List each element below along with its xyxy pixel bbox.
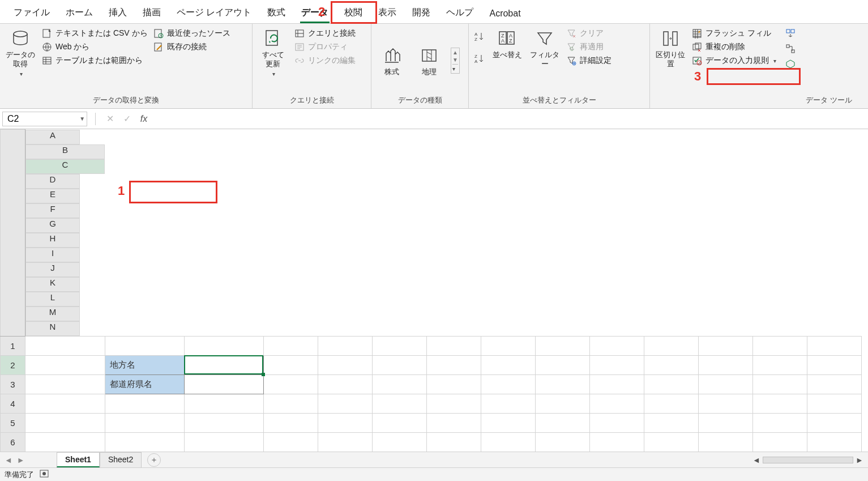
cell-N1[interactable]	[807, 336, 861, 355]
cell-A6[interactable]	[25, 432, 105, 452]
namebox-dropdown-icon[interactable]: ▼	[78, 116, 87, 122]
col-header-A[interactable]: A	[25, 130, 80, 144]
cell-F4[interactable]	[372, 394, 426, 413]
cell-B2[interactable]: 地方名	[105, 355, 184, 374]
col-header-C[interactable]: C	[25, 159, 105, 174]
cell-A3[interactable]	[25, 374, 105, 394]
cell-F1[interactable]	[372, 336, 426, 355]
menu-tab-校閲[interactable]: 校閲	[336, 3, 370, 23]
sheet-nav-prev-icon[interactable]: ◄	[5, 456, 12, 465]
cell-E3[interactable]	[318, 374, 372, 394]
cell-F3[interactable]	[372, 374, 426, 394]
cell-G2[interactable]	[426, 355, 481, 374]
cell-D4[interactable]	[263, 394, 318, 413]
hscroll-right-icon[interactable]: ►	[854, 456, 865, 465]
col-header-D[interactable]: D	[25, 174, 80, 189]
cell-C5[interactable]	[184, 413, 263, 432]
enter-icon[interactable]: ✓	[118, 113, 135, 124]
expand-icon[interactable]: ▾	[452, 64, 458, 72]
cell-E6[interactable]	[318, 432, 372, 452]
cell-I1[interactable]	[535, 336, 589, 355]
cell-K4[interactable]	[644, 394, 698, 413]
col-header-L[interactable]: L	[25, 292, 80, 307]
cell-N3[interactable]	[807, 374, 861, 394]
cell-J5[interactable]	[589, 413, 644, 432]
cell-B3[interactable]: 都道府県名	[105, 374, 184, 394]
hscroll-left-icon[interactable]: ◄	[751, 456, 762, 465]
text-to-columns-button[interactable]: 区切り位置	[655, 27, 686, 69]
cell-M5[interactable]	[752, 413, 807, 432]
cell-M6[interactable]	[752, 432, 807, 452]
col-header-K[interactable]: K	[25, 277, 80, 292]
cell-G4[interactable]	[426, 394, 481, 413]
formula-input[interactable]	[152, 112, 868, 126]
cell-I5[interactable]	[535, 413, 589, 432]
scroll-down-icon[interactable]: ▼	[452, 57, 458, 63]
get-data-button[interactable]: データの 取得▾	[5, 27, 36, 78]
from-csv-button[interactable]: テキストまたは CSV から	[42, 28, 148, 39]
hscroll-track[interactable]	[763, 457, 853, 463]
col-header-H[interactable]: H	[25, 233, 80, 248]
cell-A1[interactable]	[25, 336, 105, 355]
cell-C4[interactable]	[184, 394, 263, 413]
queries-connections-button[interactable]: クエリと接続	[294, 28, 356, 39]
cell-K2[interactable]	[644, 355, 698, 374]
cell-F5[interactable]	[372, 413, 426, 432]
cell-M3[interactable]	[752, 374, 807, 394]
row-header-4[interactable]: 4	[1, 394, 25, 413]
cell-N4[interactable]	[807, 394, 861, 413]
macro-record-icon[interactable]	[40, 470, 49, 479]
col-header-M[interactable]: M	[25, 307, 80, 321]
sort-desc-button[interactable]: ZA	[473, 53, 486, 67]
menu-tab-開発[interactable]: 開発	[404, 3, 438, 23]
cell-C6[interactable]	[184, 432, 263, 452]
col-header-E[interactable]: E	[25, 189, 80, 203]
cell-C2[interactable]	[184, 355, 263, 374]
cell-H2[interactable]	[481, 355, 535, 374]
cell-A5[interactable]	[25, 413, 105, 432]
cell-G1[interactable]	[426, 336, 481, 355]
cell-D5[interactable]	[263, 413, 318, 432]
cell-C3[interactable]	[184, 374, 263, 394]
sheet-tab-Sheet1[interactable]: Sheet1	[57, 452, 100, 467]
add-sheet-button[interactable]: ＋	[147, 453, 161, 467]
filter-button[interactable]: フィルター	[529, 27, 561, 69]
cell-L4[interactable]	[698, 394, 752, 413]
cell-D1[interactable]	[263, 336, 318, 355]
cell-B6[interactable]	[105, 432, 184, 452]
cancel-icon[interactable]: ✕	[101, 113, 118, 124]
menu-tab-Acrobat[interactable]: Acrobat	[481, 5, 528, 23]
menu-tab-描画[interactable]: 描画	[135, 3, 169, 23]
menu-tab-ヘルプ[interactable]: ヘルプ	[438, 3, 481, 23]
from-web-button[interactable]: Web から	[42, 42, 148, 52]
cell-L1[interactable]	[698, 336, 752, 355]
sheet-nav-next-icon[interactable]: ►	[17, 456, 25, 465]
cell-N2[interactable]	[807, 355, 861, 374]
cell-N5[interactable]	[807, 413, 861, 432]
data-validation-button[interactable]: データの入力規則 ▾	[692, 56, 776, 66]
cell-M1[interactable]	[752, 336, 807, 355]
consolidate-icon[interactable]	[785, 28, 796, 40]
cell-C1[interactable]	[184, 336, 263, 355]
cell-E4[interactable]	[318, 394, 372, 413]
menu-tab-ホーム[interactable]: ホーム	[58, 3, 101, 23]
cell-I2[interactable]	[535, 355, 589, 374]
fx-icon[interactable]: fx	[135, 114, 152, 124]
cell-H6[interactable]	[481, 432, 535, 452]
cell-M2[interactable]	[752, 355, 807, 374]
menu-tab-挿入[interactable]: 挿入	[101, 3, 135, 23]
row-header-3[interactable]: 3	[1, 374, 25, 394]
cell-G5[interactable]	[426, 413, 481, 432]
refresh-all-button[interactable]: すべて 更新▾	[257, 27, 289, 78]
flash-fill-button[interactable]: フラッシュ フィル	[692, 28, 776, 39]
cell-L3[interactable]	[698, 374, 752, 394]
stocks-button[interactable]: 株式	[376, 44, 408, 76]
row-header-5[interactable]: 5	[1, 413, 25, 432]
scroll-up-icon[interactable]: ▲	[452, 49, 458, 56]
name-box-input[interactable]	[3, 112, 78, 126]
existing-connections-button[interactable]: 既存の接続	[153, 42, 230, 52]
geography-button[interactable]: 地理	[413, 44, 445, 76]
cell-H5[interactable]	[481, 413, 535, 432]
advanced-filter-button[interactable]: 詳細設定	[566, 56, 612, 66]
sort-asc-button[interactable]: AZ	[473, 31, 486, 45]
